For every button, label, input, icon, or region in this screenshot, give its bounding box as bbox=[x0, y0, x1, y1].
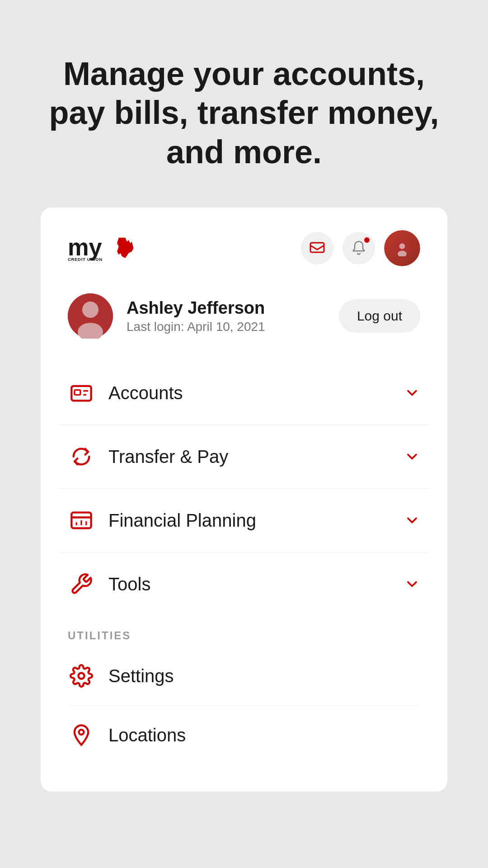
accounts-label: Accounts bbox=[108, 383, 404, 403]
nav-item-financial-planning[interactable]: Financial Planning bbox=[59, 489, 429, 552]
bottom-padding bbox=[41, 764, 447, 792]
utilities-label: UTILITIES bbox=[68, 629, 420, 642]
svg-point-7 bbox=[82, 302, 99, 318]
hero-section: Manage your accounts, pay bills, transfe… bbox=[0, 0, 488, 208]
svg-text:CREDIT UNION: CREDIT UNION bbox=[68, 257, 103, 262]
locations-icon bbox=[68, 722, 95, 749]
svg-point-19 bbox=[79, 730, 84, 735]
tools-label: Tools bbox=[108, 574, 404, 594]
financial-icon bbox=[68, 507, 95, 534]
logo: my CREDIT UNION bbox=[68, 232, 140, 264]
tools-icon bbox=[68, 571, 95, 598]
locations-label: Locations bbox=[108, 725, 186, 745]
financial-planning-chevron bbox=[404, 512, 420, 528]
notifications-button[interactable] bbox=[343, 232, 375, 264]
user-info: Ashley Jefferson Last login: April 10, 2… bbox=[68, 293, 265, 339]
accounts-icon bbox=[68, 379, 95, 406]
transfer-pay-label: Transfer & Pay bbox=[108, 447, 404, 467]
header-icons bbox=[301, 230, 420, 266]
svg-point-18 bbox=[79, 673, 84, 679]
util-item-settings[interactable]: Settings bbox=[68, 646, 420, 706]
accounts-chevron bbox=[404, 385, 420, 401]
settings-label: Settings bbox=[108, 666, 174, 686]
nav-item-tools[interactable]: Tools bbox=[59, 552, 429, 616]
avatar bbox=[384, 230, 420, 266]
nav-item-accounts[interactable]: Accounts bbox=[59, 361, 429, 425]
message-icon bbox=[309, 240, 325, 256]
financial-planning-label: Financial Planning bbox=[108, 510, 404, 531]
card-header: my CREDIT UNION bbox=[41, 208, 447, 280]
avatar-button[interactable] bbox=[384, 230, 420, 266]
util-item-locations[interactable]: Locations bbox=[68, 706, 420, 764]
transfer-pay-chevron bbox=[404, 448, 420, 465]
svg-rect-2 bbox=[310, 243, 324, 252]
svg-rect-10 bbox=[75, 390, 80, 395]
tools-chevron bbox=[404, 576, 420, 592]
nav-item-transfer-pay[interactable]: Transfer & Pay bbox=[59, 425, 429, 489]
message-button[interactable] bbox=[301, 232, 333, 264]
hero-text: Manage your accounts, pay bills, transfe… bbox=[36, 54, 452, 171]
avatar-image bbox=[394, 240, 410, 256]
user-avatar-image bbox=[68, 293, 113, 339]
user-last-login: Last login: April 10, 2021 bbox=[127, 320, 265, 334]
user-avatar bbox=[68, 293, 113, 339]
user-row: Ashley Jefferson Last login: April 10, 2… bbox=[41, 280, 447, 361]
notification-dot bbox=[363, 236, 371, 244]
logout-button[interactable]: Log out bbox=[339, 299, 420, 333]
logo-container: my CREDIT UNION bbox=[68, 232, 140, 264]
transfer-icon bbox=[68, 443, 95, 470]
utilities-section: UTILITIES Settings Locations bbox=[41, 616, 447, 764]
svg-point-4 bbox=[399, 243, 405, 249]
user-name: Ashley Jefferson bbox=[127, 298, 265, 318]
settings-icon bbox=[68, 662, 95, 689]
nav-section: Accounts Transfer & Pay bbox=[41, 361, 447, 616]
user-details: Ashley Jefferson Last login: April 10, 2… bbox=[127, 298, 265, 334]
main-card: my CREDIT UNION bbox=[41, 208, 447, 792]
